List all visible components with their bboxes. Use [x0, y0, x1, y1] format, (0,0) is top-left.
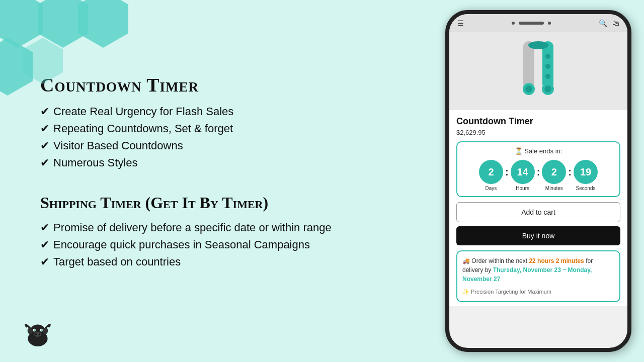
precision-text: ✨ Precision Targeting for Maximum [462, 288, 614, 296]
shipping-feature-text: Target based on countries [53, 255, 181, 268]
add-to-cart-button[interactable]: Add to cart [456, 202, 620, 222]
bag-icon: 🛍 [612, 19, 619, 27]
feature-item: ✔ Repeating Countdowns, Set & forget [40, 122, 403, 135]
checkmark-icon: ✔ [40, 105, 49, 118]
checkmark-icon: ✔ [40, 139, 49, 152]
svg-point-8 [39, 333, 41, 335]
colon-1: : [505, 166, 509, 178]
checkmark-icon: ✔ [40, 221, 49, 234]
phone-icons: 🔍 🛍 [599, 19, 619, 27]
notch-dot [512, 22, 515, 25]
phone-mockup: ☰ 🔍 🛍 [445, 10, 631, 352]
colon-3: : [568, 166, 572, 178]
feature-text: Create Real Urgency for Flash Sales [53, 105, 233, 118]
product-name: Countdown Timer [456, 116, 620, 127]
feature-item: ✔ Numerous Styles [40, 156, 403, 169]
seconds-label: Seconds [576, 186, 596, 191]
seconds-circle: 19 [574, 160, 598, 184]
feature-text: Numerous Styles [53, 156, 138, 169]
checkmark-icon: ✔ [40, 156, 49, 169]
colon-2: : [537, 166, 540, 178]
feature-item: ✔ Visitor Based Countdowns [40, 139, 403, 152]
checkmark-icon: ✔ [40, 122, 49, 135]
shipping-feature-item: ✔ Target based on countries [40, 255, 403, 268]
minutes-unit: 2 Minutes [542, 160, 566, 191]
minutes-circle: 2 [542, 160, 566, 184]
svg-point-16 [544, 85, 551, 93]
svg-point-4 [34, 329, 35, 331]
days-unit: 2 Days [479, 160, 503, 191]
notch-dot [548, 22, 551, 25]
menu-icon: ☰ [457, 19, 464, 27]
seconds-unit: 19 Seconds [574, 160, 598, 191]
svg-point-5 [41, 329, 42, 331]
hours-unit: 14 Hours [511, 160, 535, 191]
countdown-box: ⏳ Sale ends in: 2 Days : 14 Hours : [456, 141, 620, 197]
phone-notch [512, 22, 551, 25]
svg-point-20 [545, 74, 550, 79]
checkmark-icon: ✔ [40, 238, 49, 251]
shipping-time-highlight: 22 hours 2 minutes [529, 257, 584, 264]
svg-point-9 [28, 328, 33, 334]
svg-point-19 [545, 64, 550, 69]
shipping-feature-item: ✔ Encourage quick purchases in Seasonal … [40, 238, 403, 251]
minutes-label: Minutes [545, 186, 563, 191]
svg-point-18 [545, 54, 550, 59]
hex-3 [78, 0, 128, 48]
phone-top-bar: ☰ 🔍 🛍 [449, 14, 627, 32]
svg-point-17 [528, 41, 548, 49]
shipping-text-prefix: Order within the next [471, 257, 529, 264]
svg-point-13 [525, 85, 532, 93]
right-panel: ☰ 🔍 🛍 [433, 0, 644, 362]
shipping-feature-text: Encourage quick purchases in Seasonal Ca… [53, 238, 310, 251]
product-price: $2,629.95 [456, 129, 620, 136]
search-icon: 🔍 [599, 19, 607, 27]
svg-point-7 [35, 333, 37, 335]
product-image [516, 36, 561, 107]
feature-item: ✔ Create Real Urgency for Flash Sales [40, 105, 403, 118]
shipping-features: ✔ Promise of delivery before a specific … [40, 221, 403, 273]
shipping-feature-text: Promise of delivery before a specific da… [53, 221, 332, 234]
hours-label: Hours [516, 186, 529, 191]
svg-point-10 [43, 328, 48, 334]
days-circle: 2 [479, 160, 503, 184]
notch-pill [519, 22, 544, 25]
countdown-label: ⏳ Sale ends in: [461, 147, 615, 155]
days-label: Days [486, 186, 497, 191]
hex-decoration [0, 0, 131, 101]
product-info: Countdown Timer $2,629.95 ⏳ Sale ends in… [449, 110, 627, 306]
shipping-title: Shipping Timer (Get It By Timer) [40, 194, 403, 212]
feature-text: Repeating Countdowns, Set & forget [53, 122, 233, 135]
shipping-feature-item: ✔ Promise of delivery before a specific … [40, 221, 403, 234]
shipping-box: 🚚 Order within the next 22 hours 2 minut… [456, 250, 620, 302]
bull-logo [20, 317, 55, 352]
buy-now-button[interactable]: Buy it now [456, 226, 620, 245]
shipping-icon: 🚚 [462, 257, 471, 264]
checkmark-icon: ✔ [40, 255, 49, 268]
hours-circle: 14 [511, 160, 535, 184]
product-image-area [449, 32, 627, 110]
phone-content: Countdown Timer $2,629.95 ⏳ Sale ends in… [449, 32, 627, 348]
countdown-features: ✔ Create Real Urgency for Flash Sales ✔ … [40, 105, 403, 173]
feature-text: Visitor Based Countdowns [53, 139, 183, 152]
timer-circles: 2 Days : 14 Hours : 2 Minutes [461, 160, 615, 191]
